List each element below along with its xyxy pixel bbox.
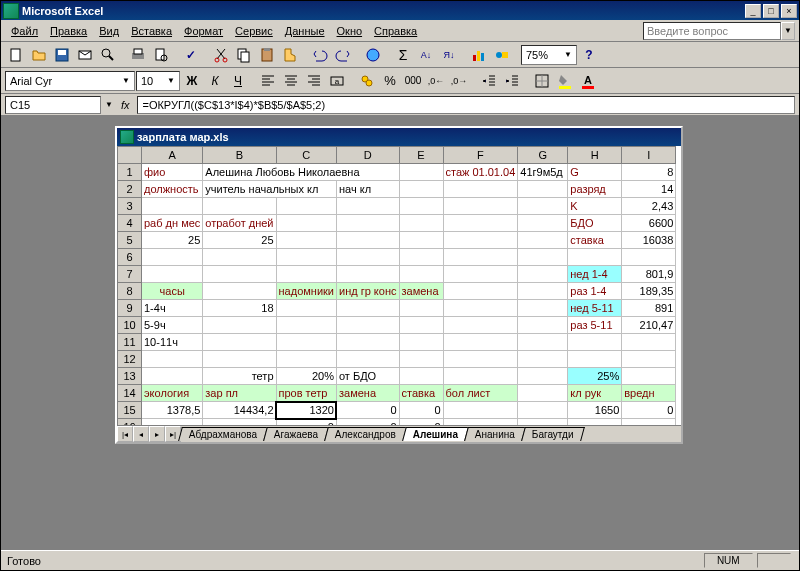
currency-button[interactable]	[356, 70, 378, 92]
sheet-tab[interactable]: Агажаева	[263, 427, 329, 441]
cell[interactable]: 0	[336, 419, 399, 426]
cell[interactable]: нед 5-11	[568, 300, 622, 317]
copy-button[interactable]	[233, 44, 255, 66]
cell[interactable]: тетр	[203, 368, 276, 385]
print-button[interactable]	[127, 44, 149, 66]
hyperlink-button[interactable]	[362, 44, 384, 66]
cell[interactable]: часы	[142, 283, 203, 300]
row-header[interactable]: 8	[118, 283, 142, 300]
cell[interactable]: 210,47	[622, 317, 676, 334]
sort-desc-button[interactable]: Я↓	[438, 44, 460, 66]
row-header[interactable]: 15	[118, 402, 142, 419]
align-center-button[interactable]	[280, 70, 302, 92]
sheet-tab[interactable]: Ананина	[465, 427, 527, 441]
align-right-button[interactable]	[303, 70, 325, 92]
increase-indent-button[interactable]	[501, 70, 523, 92]
font-color-button[interactable]: A	[577, 70, 599, 92]
name-box[interactable]: C15	[5, 96, 101, 114]
tab-nav-next[interactable]: ▸	[149, 426, 165, 442]
col-header[interactable]: A	[142, 147, 203, 164]
cell[interactable]: 14	[622, 181, 676, 198]
sheet-tab[interactable]: Александров	[325, 427, 408, 441]
comma-button[interactable]: 000	[402, 70, 424, 92]
underline-button[interactable]: Ч	[227, 70, 249, 92]
cell[interactable]: стаж 01.01.04	[443, 164, 518, 181]
cell[interactable]: 25	[203, 232, 276, 249]
maximize-button[interactable]: □	[763, 4, 779, 18]
cell[interactable]: ставка	[399, 385, 443, 402]
help-button[interactable]: ?	[578, 44, 600, 66]
cell[interactable]: кл рук	[568, 385, 622, 402]
zoom-combo[interactable]: 75%▼	[521, 45, 577, 65]
row-header[interactable]: 2	[118, 181, 142, 198]
col-header[interactable]: H	[568, 147, 622, 164]
document-title-bar[interactable]: зарплата мар.xls	[117, 128, 681, 146]
row-header[interactable]: 3	[118, 198, 142, 215]
cell[interactable]: отработ дней	[203, 215, 276, 232]
new-button[interactable]	[5, 44, 27, 66]
font-size-combo[interactable]: 10▼	[136, 71, 180, 91]
row-header[interactable]: 11	[118, 334, 142, 351]
row-header[interactable]: 1	[118, 164, 142, 181]
menu-insert[interactable]: Вставка	[125, 23, 178, 39]
menu-view[interactable]: Вид	[93, 23, 125, 39]
cell[interactable]: 0	[336, 402, 399, 419]
cell[interactable]: фио	[142, 164, 203, 181]
menu-format[interactable]: Формат	[178, 23, 229, 39]
cell[interactable]: 2,43	[622, 198, 676, 215]
autosum-button[interactable]: Σ	[392, 44, 414, 66]
cell[interactable]: 1-4ч	[142, 300, 203, 317]
row-header[interactable]: 7	[118, 266, 142, 283]
search-button[interactable]	[97, 44, 119, 66]
cell[interactable]: замена	[336, 385, 399, 402]
spelling-button[interactable]: ✓	[180, 44, 202, 66]
cell[interactable]: разряд	[568, 181, 622, 198]
cell[interactable]: БДО	[568, 215, 622, 232]
bold-button[interactable]: Ж	[181, 70, 203, 92]
col-header[interactable]: I	[622, 147, 676, 164]
format-painter-button[interactable]	[279, 44, 301, 66]
cell[interactable]: зар пл	[203, 385, 276, 402]
col-header[interactable]: G	[518, 147, 568, 164]
undo-button[interactable]	[309, 44, 331, 66]
drawing-button[interactable]	[491, 44, 513, 66]
sort-asc-button[interactable]: A↓	[415, 44, 437, 66]
row-header[interactable]: 4	[118, 215, 142, 232]
cell[interactable]: 20%	[276, 368, 336, 385]
cell[interactable]: учитель начальных кл	[203, 181, 337, 198]
menu-file[interactable]: Файл	[5, 23, 44, 39]
decrease-indent-button[interactable]	[478, 70, 500, 92]
col-header[interactable]: C	[276, 147, 336, 164]
font-combo[interactable]: Arial Cyr▼	[5, 71, 135, 91]
cell[interactable]: от БДО	[336, 368, 399, 385]
open-button[interactable]	[28, 44, 50, 66]
fill-color-button[interactable]	[554, 70, 576, 92]
cell[interactable]: замена	[399, 283, 443, 300]
cell[interactable]: 891	[622, 300, 676, 317]
print-preview-button[interactable]	[150, 44, 172, 66]
menu-help[interactable]: Справка	[368, 23, 423, 39]
cell[interactable]: раз 1-4	[568, 283, 622, 300]
mail-button[interactable]	[74, 44, 96, 66]
ask-dropdown-button[interactable]: ▼	[781, 22, 795, 40]
selected-cell[interactable]: 1320	[276, 402, 336, 419]
cell[interactable]: 25	[142, 232, 203, 249]
italic-button[interactable]: К	[204, 70, 226, 92]
row-header[interactable]: 9	[118, 300, 142, 317]
grid[interactable]: A B C D E F G H I 1фиоАлешина Любовь Ник…	[117, 146, 681, 425]
cell[interactable]: 1378,5	[142, 402, 203, 419]
cell[interactable]: 16038	[622, 232, 676, 249]
cell[interactable]: 5-9ч	[142, 317, 203, 334]
cell[interactable]: ставка	[568, 232, 622, 249]
increase-decimal-button[interactable]: ,0←	[425, 70, 447, 92]
menu-edit[interactable]: Правка	[44, 23, 93, 39]
cell[interactable]: 25%	[568, 368, 622, 385]
sheet-tab[interactable]: Абдрахманова	[178, 427, 268, 441]
menu-tools[interactable]: Сервис	[229, 23, 279, 39]
cell[interactable]: должность	[142, 181, 203, 198]
select-all-button[interactable]	[118, 147, 142, 164]
cell[interactable]: 0	[399, 419, 443, 426]
chart-button[interactable]	[468, 44, 490, 66]
paste-button[interactable]	[256, 44, 278, 66]
cell[interactable]: 41г9м5д	[518, 164, 568, 181]
